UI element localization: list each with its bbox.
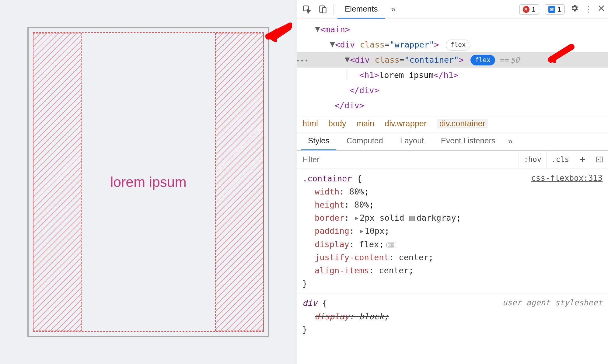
preview-heading: lorem ipsum xyxy=(108,173,188,191)
devtools-toolbar: Elements » ✕ 1 ✉ 1 ⋮ xyxy=(297,0,608,19)
crumb-html[interactable]: html xyxy=(302,119,318,128)
rendered-preview-pane: lorem ipsum xyxy=(0,0,297,364)
error-count-badge[interactable]: ✕ 1 xyxy=(519,4,539,15)
breadcrumb-bar[interactable]: html body main div.wrapper div.container xyxy=(297,115,608,132)
tab-elements[interactable]: Elements xyxy=(337,0,385,19)
dom-node-main[interactable]: ▼<main> xyxy=(305,22,606,37)
svg-rect-6 xyxy=(597,157,602,162)
dom-close-container[interactable]: </div> xyxy=(305,83,606,98)
styles-subtabs: Styles Computed Layout Event Listeners » xyxy=(297,132,608,151)
crumb-main[interactable]: main xyxy=(357,119,375,128)
subtab-layout[interactable]: Layout xyxy=(393,132,431,150)
message-count: 1 xyxy=(557,5,561,13)
inspect-element-icon[interactable] xyxy=(300,2,314,16)
flex-badge-active[interactable]: flex xyxy=(470,55,495,66)
color-swatch-icon[interactable] xyxy=(409,216,415,221)
toggle-sidebar-icon[interactable] xyxy=(591,151,608,169)
subtab-event-listeners[interactable]: Event Listeners xyxy=(434,132,502,150)
flex-empty-region-left xyxy=(33,33,82,331)
styles-filter-bar: :hov .cls xyxy=(297,151,608,169)
dom-node-h1[interactable]: │ <h1>lorem ipsum</h1> xyxy=(305,68,606,83)
close-devtools-icon[interactable] xyxy=(598,5,605,14)
message-icon: ✉ xyxy=(548,6,555,13)
css-rule-container[interactable]: .container { width: 80%; height: 80%; bo… xyxy=(297,169,608,294)
dom-tree[interactable]: ▼<main> ▼<div class="wrapper"> flex ••• … xyxy=(297,19,608,115)
devtools-panel: Elements » ✕ 1 ✉ 1 ⋮ ▼<main> ▼<div class… xyxy=(297,0,608,364)
styles-filter-input[interactable] xyxy=(297,151,519,169)
css-rules-pane[interactable]: .container { width: 80%; height: 80%; bo… xyxy=(297,169,608,364)
device-toolbar-icon[interactable] xyxy=(316,2,330,16)
dom-close-wrapper[interactable]: </div> xyxy=(305,98,606,113)
kebab-menu-icon[interactable]: ⋮ xyxy=(584,5,592,14)
flexbox-editor-icon[interactable] xyxy=(386,243,395,247)
new-style-rule-icon[interactable] xyxy=(574,151,591,169)
subtab-computed[interactable]: Computed xyxy=(340,132,390,150)
crumb-container[interactable]: div.container xyxy=(437,119,488,128)
error-icon: ✕ xyxy=(523,6,529,13)
svg-rect-4 xyxy=(323,8,326,13)
error-count: 1 xyxy=(532,5,536,13)
toolbar-separator xyxy=(334,4,334,15)
flex-badge[interactable]: flex xyxy=(446,40,470,51)
user-agent-label: user agent stylesheet xyxy=(502,296,603,336)
dom-node-container[interactable]: ••• ▼<div class="container"> flex== $0 xyxy=(297,52,608,68)
expand-shorthand-icon[interactable]: ▶ xyxy=(360,226,363,236)
rule-source-link[interactable]: css-flexbox:313 xyxy=(531,172,603,290)
more-subtabs-icon[interactable]: » xyxy=(508,137,512,146)
hov-toggle[interactable]: :hov xyxy=(519,151,546,169)
subtab-styles[interactable]: Styles xyxy=(301,132,336,150)
dom-node-wrapper[interactable]: ▼<div class="wrapper"> flex xyxy=(305,37,606,52)
more-tabs-icon[interactable]: » xyxy=(387,5,400,14)
message-count-badge[interactable]: ✉ 1 xyxy=(545,4,565,15)
crumb-wrapper[interactable]: div.wrapper xyxy=(385,119,427,128)
css-rule-user-agent[interactable]: div { display: block; } user agent style… xyxy=(297,293,608,339)
settings-icon[interactable] xyxy=(570,4,579,15)
preview-flex-area: lorem ipsum xyxy=(33,32,264,332)
cls-toggle[interactable]: .cls xyxy=(546,151,574,169)
flex-empty-region-right xyxy=(215,33,264,331)
collapsed-ellipsis-icon: ••• xyxy=(296,55,309,67)
preview-container-outline: lorem ipsum xyxy=(27,27,269,337)
crumb-body[interactable]: body xyxy=(328,119,346,128)
expand-shorthand-icon[interactable]: ▶ xyxy=(355,213,358,223)
